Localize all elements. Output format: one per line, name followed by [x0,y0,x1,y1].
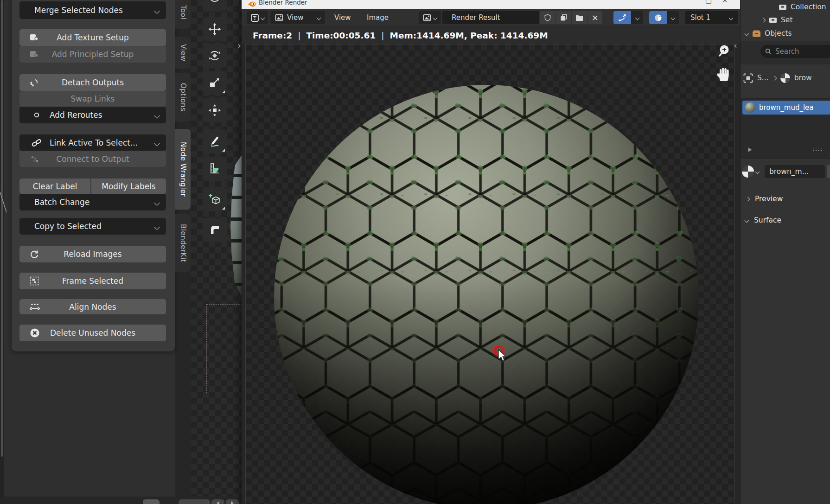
list-resize-grip-icon[interactable] [812,147,823,152]
add-reroutes-button[interactable]: Add Reroutes [19,107,166,123]
vertical-scrollbar[interactable] [1,0,3,457]
section-preview[interactable]: Preview [746,193,783,205]
prev-frame-button[interactable] [211,499,224,504]
expand-left-region-arrow[interactable]: › [237,41,241,50]
outliner-row-set[interactable]: Set [762,14,792,26]
link-active-to-selected-button[interactable]: Link Active To Select... [19,134,166,151]
chevron-down-icon [154,113,160,119]
unlink-image-button[interactable] [587,11,602,24]
move-tool-button[interactable] [203,17,227,41]
search-icon [765,48,772,55]
next-frame-button[interactable] [226,499,239,504]
corner-tool-button[interactable] [203,218,227,242]
scale-tool-button[interactable] [203,71,227,95]
timeline-button[interactable] [179,499,210,504]
tool-variant-badge [222,207,225,210]
tab-node-wrangler[interactable]: Node Wrangler [175,129,191,210]
transform-tool-button[interactable] [203,98,227,122]
material-name-field[interactable]: brown_m... [765,165,825,178]
close-icon[interactable]: ✕ [722,0,728,5]
breadcrumb-material-label[interactable]: brow [794,74,812,82]
swap-links-button[interactable]: Swap Links [19,91,166,107]
outliner-row-collection[interactable]: Collection [779,1,826,13]
connect-to-output-button[interactable]: 2 Connect to Output [19,151,166,167]
scale-tool-icon [208,77,221,89]
prev-arrow-icon [217,501,219,504]
rendered-sphere-image [246,45,734,504]
scene-frame-icon[interactable] [743,73,753,83]
measure-tool-button[interactable] [203,157,227,181]
add-principled-setup-label: Add Principled Setup [52,50,134,59]
node-wrangler-panel: Merge Selected Nodes Add Texture Setup A… [12,0,175,351]
annotate-tool-button[interactable] [203,129,227,153]
material-slot-selected[interactable]: brown_mud_lea [742,101,830,115]
pan-view-button[interactable] [715,65,732,83]
frame-selected-icon [30,276,39,286]
material-slot-list[interactable]: brown_mud_lea [741,98,830,159]
search-input[interactable] [774,47,823,56]
outliner-row-objects[interactable]: Objects [745,27,792,40]
section-preview-label: Preview [755,195,783,203]
maximize-icon[interactable]: ▢ [705,0,712,5]
rotate-tool-icon [208,49,221,62]
timeline-button[interactable] [143,499,160,504]
gizmo-toggle-button[interactable] [613,11,631,24]
open-image-button[interactable] [572,11,587,24]
material-preview-thumbnail [745,102,755,113]
connect-to-output-label: Connect to Output [56,154,129,164]
duplicate-button[interactable] [556,11,571,24]
tab-blenderkit[interactable]: BlenderKit [175,214,191,272]
rotate-tool-button[interactable] [203,44,227,68]
tab-view[interactable]: View [175,37,191,69]
align-nodes-label: Align Nodes [69,302,116,312]
section-surface[interactable]: Surface [745,214,781,226]
menu-image[interactable]: Image [367,11,389,24]
tab-options[interactable]: Options [175,73,191,121]
slot-label: Slot 1 [690,13,710,22]
image-name-value: Render Result [452,13,500,22]
image-datablock-dropdown[interactable] [419,11,441,24]
outliner-search[interactable] [760,45,830,58]
clear-label-button[interactable]: Clear Label [19,179,90,194]
transform-tool-icon [208,104,221,117]
tab-tool[interactable]: Tool [175,0,191,29]
slot-dropdown[interactable]: Slot 1 [685,11,738,24]
list-expand-arrow[interactable] [748,147,752,153]
editor-type-dropdown[interactable] [247,11,268,24]
display-channels-dropdown[interactable] [667,11,679,24]
fake-user-shield-button[interactable] [540,11,555,24]
detach-outputs-button[interactable]: Detach Outputs [19,74,166,91]
modify-labels-button[interactable]: Modify Labels [91,179,166,194]
editor-mode-dropdown[interactable]: View [270,11,325,24]
expand-right-region-arrow[interactable]: ‹ [734,41,737,50]
render-window-titlebar[interactable]: Blender Render ▢ ✕ [242,0,740,9]
fake-user-shield-stub[interactable] [827,165,830,178]
gizmo-dropdown[interactable] [631,11,643,24]
reload-images-button[interactable]: Reload Images [19,246,166,262]
align-nodes-button[interactable]: Align Nodes [19,299,166,314]
collection-icon-orange [752,30,761,38]
material-sphere-icon [780,73,790,83]
add-texture-setup-button[interactable]: Add Texture Setup [19,29,166,46]
zoom-in-button[interactable] [717,44,732,58]
delete-unused-nodes-button[interactable]: Delete Unused Nodes [19,325,166,341]
search-strip [741,41,830,64]
render-result-canvas[interactable] [245,44,735,504]
tab-options-label: Options [179,83,187,111]
breadcrumb-scene-label[interactable]: S... [757,74,769,82]
collection-icon [779,3,787,11]
merge-selected-nodes-button[interactable]: Merge Selected Nodes [19,1,166,19]
image-icon [275,13,283,22]
display-channels-button[interactable] [649,11,667,24]
folder-icon [575,14,583,21]
tweak-tool-button[interactable] [203,0,227,11]
add-cube-tool-button[interactable] [203,187,227,211]
material-name-value: brown_m... [769,167,809,176]
batch-change-button[interactable]: Batch Change [19,194,166,211]
add-principled-setup-button[interactable]: Add Principled Setup [19,46,166,63]
material-checker-sphere-icon[interactable] [742,166,754,178]
frame-selected-button[interactable]: Frame Selected [19,273,166,289]
image-name-field[interactable]: Render Result [442,11,539,24]
menu-view[interactable]: View [334,11,351,24]
copy-to-selected-button[interactable]: Copy to Selected [19,218,166,235]
